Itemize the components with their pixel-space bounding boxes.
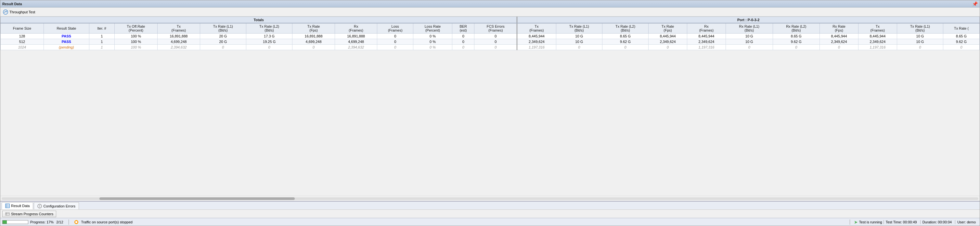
- throughput-test-toolbar-item[interactable]: Throughput Test: [3, 10, 35, 14]
- status-message: Traffic on source port(s) stopped: [81, 220, 132, 224]
- table-row: 1024(pending)1100 %2,394,6320002,394,632…: [1, 45, 980, 50]
- status-left: Progress: 17% 2/12 Traffic on source por…: [2, 220, 847, 225]
- stream-progress-icon: [5, 212, 10, 216]
- table-cell: 9.62 G: [943, 39, 980, 45]
- table-cell: 10 G: [897, 39, 943, 45]
- config-errors-icon: [37, 204, 42, 208]
- progress-fraction: 2/12: [56, 220, 63, 224]
- col-loss-rate: Loss Rate(Percent): [413, 23, 452, 34]
- table-cell: 0: [773, 45, 820, 50]
- col-p-rx-frames: Rx(Frames): [687, 23, 726, 34]
- port-header: Port : P-0-3-2: [517, 17, 979, 24]
- table-cell: 16,891,888: [158, 34, 200, 39]
- col-p-tx-rate-l1: Tx Rate (L1)(Bit/s): [556, 23, 602, 34]
- col-loss-frames: Loss(Frames): [377, 23, 413, 34]
- horizontal-scrollbar[interactable]: [0, 196, 980, 201]
- table-cell: 0: [897, 45, 943, 50]
- test-time-label: Test Time:: [886, 220, 902, 224]
- result-table: Totals Port : P-0-3-2 Frame Size Result …: [0, 17, 980, 50]
- title-bar: Result Data 📌: [0, 0, 980, 8]
- table-cell: 0: [474, 39, 517, 45]
- col-tx-rate-l1: Tx Rate (L1)(Bit/s): [200, 23, 246, 34]
- table-cell: 0: [602, 45, 648, 50]
- svg-rect-12: [75, 221, 77, 223]
- table-cell: 1,197,316: [687, 45, 726, 50]
- table-cell: 512: [1, 39, 44, 45]
- tab-result-data[interactable]: Result Data: [2, 202, 33, 209]
- col-frame-size: Frame Size: [1, 23, 44, 34]
- table-cell: 2,349,624: [649, 39, 687, 45]
- table-cell: 16,891,888: [293, 34, 335, 39]
- stream-btn-label: Stream Progress Counters: [11, 212, 53, 216]
- col-iter: Iter. #: [89, 23, 115, 34]
- table-cell: 8,445,944: [820, 34, 859, 39]
- table-cell: 1,197,316: [858, 45, 897, 50]
- tab-result-data-label: Result Data: [11, 204, 30, 208]
- tab-config-errors[interactable]: Configuration Errors: [34, 202, 79, 209]
- duration-value: 00:00:04: [938, 220, 952, 224]
- col-p-rx-rate-l2: Rx Rate (L2)(Bit/s): [773, 23, 820, 34]
- table-cell: 17.3 G: [246, 34, 292, 39]
- progress-bar-outer: [2, 220, 28, 224]
- table-cell: 8,445,944: [649, 34, 687, 39]
- stream-progress-btn[interactable]: Stream Progress Counters: [2, 211, 56, 217]
- pin-icon[interactable]: 📌: [972, 1, 978, 6]
- widget-bar: Stream Progress Counters: [0, 209, 980, 218]
- table-cell: 1: [89, 45, 115, 50]
- table-cell: 0: [943, 45, 980, 50]
- table-cell: 10 G: [725, 34, 773, 39]
- table-cell: 0: [246, 45, 292, 50]
- tab-config-errors-label: Configuration Errors: [43, 204, 75, 208]
- test-time-segment: Test Time: 00:00:49: [883, 220, 919, 224]
- svg-rect-8: [6, 213, 10, 215]
- user-segment: User: demo: [955, 220, 978, 224]
- table-cell: 1024: [1, 45, 44, 50]
- duration-label: Duration:: [923, 220, 937, 224]
- table-cell: 16,891,888: [335, 34, 377, 39]
- svg-rect-1: [6, 204, 10, 208]
- table-cell: 100 %: [115, 34, 158, 39]
- test-time-value: 00:00:49: [903, 220, 917, 224]
- toolbar: Throughput Test: [0, 8, 980, 17]
- table-cell: 2,349,624: [517, 39, 556, 45]
- col-p-rx-rate-l1: Rx Rate (L1)(Bit/s): [725, 23, 773, 34]
- result-data-icon: [5, 204, 10, 208]
- table-cell: 0: [820, 45, 859, 50]
- table-cell: 0: [452, 34, 474, 39]
- table-cell: 2,349,624: [858, 39, 897, 45]
- table-cell: 0: [377, 34, 413, 39]
- table-cell: 4,699,248: [293, 39, 335, 45]
- col-p-tx-frames: Tx(Frames): [517, 23, 556, 34]
- table-cell: 9.62 G: [773, 39, 820, 45]
- table-cell: 128: [1, 34, 44, 39]
- status-divider-1: [68, 220, 69, 225]
- table-scroll-area[interactable]: Totals Port : P-0-3-2 Frame Size Result …: [0, 17, 980, 196]
- window-title: Result Data: [2, 2, 22, 6]
- table-cell: 1: [89, 34, 115, 39]
- table-cell: 1: [89, 39, 115, 45]
- table-cell: 9.62 G: [602, 39, 648, 45]
- table-cell: 2,394,632: [335, 45, 377, 50]
- table-cell: 0: [725, 45, 773, 50]
- col-p-tx-rate-l1-2: Tx Rate (L1)(Bit/s): [897, 23, 943, 34]
- traffic-stopped-icon: [74, 220, 79, 224]
- table-cell: 0: [474, 45, 517, 50]
- table-cell: 0: [474, 34, 517, 39]
- table-cell: 0: [293, 45, 335, 50]
- table-cell: 20 G: [200, 39, 246, 45]
- toolbar-label: Throughput Test: [10, 10, 35, 14]
- user-label: User: demo: [957, 220, 976, 224]
- table-cell: 8,445,944: [687, 34, 726, 39]
- table-cell: 4,699,248: [335, 39, 377, 45]
- table-cell: 0: [452, 45, 474, 50]
- table-cell: 100 %: [115, 39, 158, 45]
- main-window: Result Data 📌 Throughput Test Totals Por…: [0, 0, 980, 226]
- col-p-tx-rate-l2: Tx Rate (L2)(Bit/s): [602, 23, 648, 34]
- col-p-tx-frames2: Tx(Frames): [858, 23, 897, 34]
- table-cell: 8,445,944: [517, 34, 556, 39]
- col-tx-rate-fps: Tx Rate(Fps): [293, 23, 335, 34]
- scrollbar-thumb: [99, 197, 295, 200]
- table-cell: 0: [377, 39, 413, 45]
- scrollbar-track: [2, 197, 978, 200]
- status-right: ➤ Test is running Test Time: 00:00:49 Du…: [847, 220, 978, 225]
